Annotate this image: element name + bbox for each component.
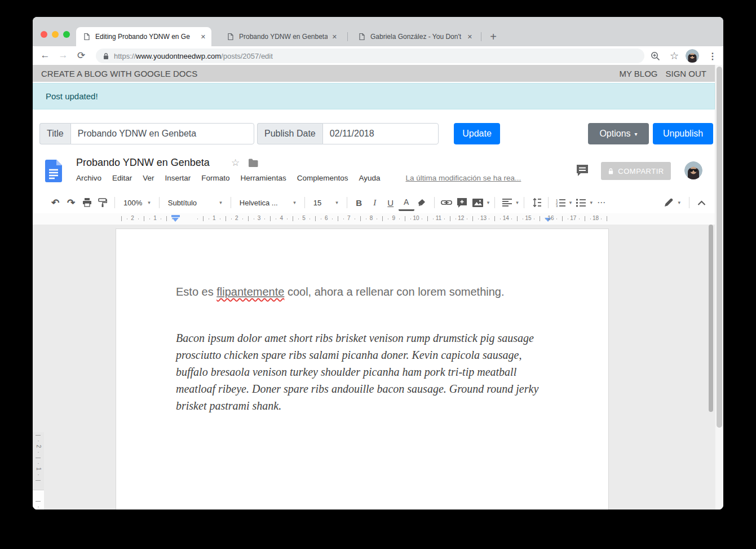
tab-post-view[interactable]: Probando YDNW en Genbeta ✕ — [220, 27, 343, 46]
caret-down-icon[interactable]: ▾ — [516, 200, 519, 205]
underline-button[interactable]: U — [383, 195, 399, 210]
window-close-button[interactable] — [41, 31, 47, 38]
move-to-folder-icon[interactable] — [248, 159, 258, 167]
docs-menu-bar: Archivo Editar Ver Insertar Formato Herr… — [76, 174, 521, 182]
add-comment-icon[interactable] — [454, 195, 470, 210]
my-blog-link[interactable]: MY BLOG — [619, 69, 657, 78]
tab-close-icon[interactable]: ✕ — [201, 33, 206, 41]
bookmark-star-icon[interactable]: ☆ — [666, 48, 682, 64]
menu-complementos[interactable]: Complementos — [297, 174, 348, 182]
url-host: www.youdontneedwp.com — [136, 52, 221, 60]
ruler-tick — [197, 218, 198, 219]
insert-link-icon[interactable] — [439, 195, 454, 210]
menu-insertar[interactable]: Insertar — [165, 174, 191, 182]
paragraph-style-select[interactable]: Subtítulo▾ — [163, 195, 227, 210]
menu-editar[interactable]: Editar — [112, 174, 132, 182]
back-button[interactable]: ← — [37, 47, 53, 63]
sign-out-link[interactable]: SIGN OUT — [665, 69, 706, 78]
misspelled-word[interactable]: flipantemente — [216, 286, 284, 298]
editing-mode-pencil-icon[interactable] — [661, 195, 677, 210]
tab-close-icon[interactable]: ✕ — [467, 33, 472, 41]
zoom-value: 100% — [123, 199, 142, 207]
menu-herramientas[interactable]: Herramientas — [241, 174, 286, 182]
print-icon[interactable] — [79, 195, 95, 210]
forward-button: → — [55, 47, 71, 63]
unpublish-button[interactable]: Unpublish — [653, 123, 713, 144]
ruler-tick — [472, 216, 473, 221]
star-document-icon[interactable]: ☆ — [231, 157, 240, 169]
vertical-ruler[interactable]: 21123456789 — [33, 432, 44, 510]
ruler-tick — [38, 463, 39, 464]
docs-toolbar: ↶ ↷ 100%▾ Subtítulo▾ Helvetica ...▾ 15▾ … — [33, 192, 715, 213]
menu-ayuda[interactable]: Ayuda — [359, 174, 380, 182]
docs-scrollbar-thumb[interactable] — [709, 225, 713, 412]
text-color-button[interactable]: A — [399, 195, 414, 211]
zoom-page-icon[interactable] — [647, 48, 663, 64]
font-family-select[interactable]: Helvetica ...▾ — [235, 195, 300, 210]
collapse-toolbar-chevron-icon[interactable] — [693, 195, 709, 210]
document-title[interactable]: Probando YDNW en Genbeta — [76, 157, 210, 169]
window-minimize-button[interactable] — [52, 31, 59, 38]
google-docs-logo-icon[interactable] — [45, 160, 62, 182]
paint-format-icon[interactable] — [95, 195, 110, 210]
zoom-select[interactable]: 100%▾ — [119, 195, 155, 210]
options-label: Options — [599, 129, 630, 138]
site-header: CREATE A BLOG WITH GOOGLE DOCS MY BLOG S… — [33, 65, 715, 82]
bold-button[interactable]: B — [351, 195, 367, 210]
more-tools-icon[interactable]: ⋯ — [594, 195, 609, 210]
first-line-indent-marker[interactable] — [171, 215, 180, 217]
insert-image-icon[interactable] — [470, 195, 486, 210]
tab-editing-post[interactable]: Editing Probando YDNW en Ge ✕ — [76, 27, 211, 46]
undo-icon[interactable]: ↶ — [47, 195, 63, 210]
menu-ver[interactable]: Ver — [143, 174, 154, 182]
tab-close-icon[interactable]: ✕ — [332, 33, 337, 41]
menu-archivo[interactable]: Archivo — [76, 174, 101, 182]
toolbar-divider — [548, 197, 549, 208]
tab-author-profile[interactable]: Gabriela González - You Don't ✕ — [351, 27, 478, 46]
ruler-number: 10 — [413, 215, 419, 221]
document-body-paragraph[interactable]: Bacon ipsum dolor amet short ribs briske… — [176, 330, 552, 414]
browser-profile-avatar[interactable] — [684, 48, 700, 64]
menu-formato[interactable]: Formato — [201, 174, 229, 182]
page-scrollbar-thumb[interactable] — [717, 67, 722, 428]
left-indent-marker[interactable] — [172, 218, 179, 222]
align-icon[interactable] — [499, 195, 515, 210]
highlight-color-icon[interactable] — [414, 195, 430, 210]
reload-button[interactable]: ⟳ — [73, 47, 89, 63]
last-modified-link[interactable]: La última modificación se ha rea... — [405, 174, 521, 182]
share-button[interactable]: COMPARTIR — [601, 162, 671, 180]
comments-icon[interactable] — [575, 163, 590, 178]
options-dropdown-button[interactable]: Options▾ — [588, 123, 649, 144]
redo-icon[interactable]: ↷ — [63, 195, 79, 210]
caret-down-icon[interactable]: ▾ — [678, 200, 680, 205]
ruler-tick — [38, 441, 39, 441]
document-heading[interactable]: Esto es flipantemente cool, ahora a rell… — [176, 286, 559, 298]
caret-down-icon[interactable]: ▾ — [590, 200, 593, 205]
ruler-tick — [534, 218, 534, 219]
lock-icon[interactable] — [103, 52, 109, 60]
page-scrollbar-track[interactable] — [715, 65, 723, 510]
bulleted-list-icon[interactable] — [573, 195, 589, 210]
font-size-select[interactable]: 15▾ — [309, 195, 343, 210]
italic-button[interactable]: I — [367, 195, 383, 210]
ruler-number: 4 — [280, 215, 284, 221]
docs-account-avatar[interactable] — [684, 161, 702, 179]
ruler-tick — [467, 218, 467, 219]
window-zoom-button[interactable] — [63, 31, 70, 38]
update-button[interactable]: Update — [454, 123, 500, 144]
publish-date-input[interactable] — [322, 123, 439, 144]
horizontal-ruler[interactable]: 21123456789101112131415161718 — [33, 213, 715, 225]
browser-menu-kebab-icon[interactable]: ⋮ — [705, 48, 720, 64]
document-page[interactable]: Esto es flipantemente cool, ahora a rell… — [116, 229, 609, 510]
caret-down-icon[interactable]: ▾ — [487, 200, 490, 205]
title-input[interactable] — [70, 123, 254, 144]
new-tab-button[interactable]: + — [484, 27, 503, 46]
line-spacing-icon[interactable] — [528, 195, 544, 210]
caret-down-icon: ▾ — [148, 200, 151, 205]
caret-down-icon[interactable]: ▾ — [569, 200, 572, 205]
toolbar-divider — [524, 197, 524, 208]
ruler-tick — [276, 218, 276, 219]
numbered-list-icon[interactable]: 123 — [552, 195, 568, 210]
address-bar[interactable]: https://www.youdontneedwp.com/posts/2057… — [96, 49, 644, 63]
ruler-tick — [226, 216, 226, 221]
